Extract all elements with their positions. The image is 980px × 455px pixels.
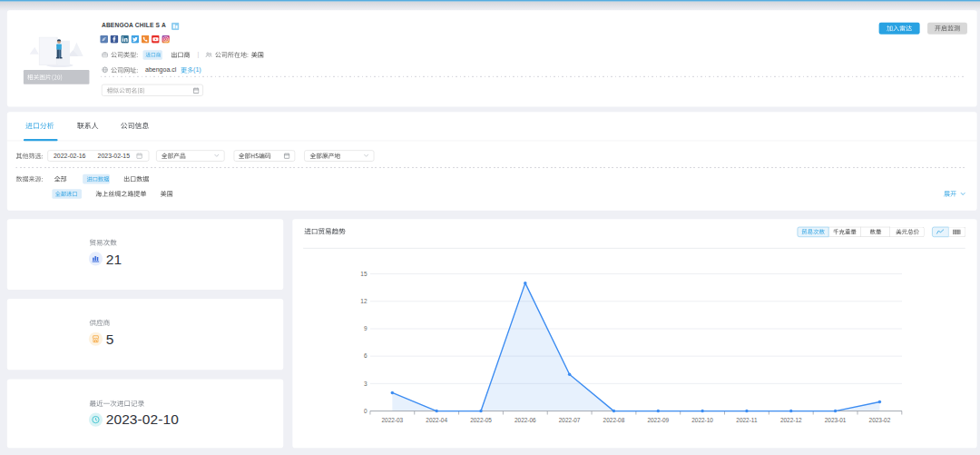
svg-text:2022-04: 2022-04	[426, 417, 447, 423]
svg-text:0: 0	[364, 408, 368, 414]
svg-text:6: 6	[364, 352, 368, 359]
svg-text:2022-03: 2022-03	[382, 417, 404, 423]
svg-text:2022-06: 2022-06	[514, 417, 536, 423]
svg-text:2022-07: 2022-07	[559, 417, 581, 423]
svg-text:2022-12: 2022-12	[780, 417, 802, 423]
svg-text:2022-10: 2022-10	[691, 417, 713, 423]
svg-text:2022-05: 2022-05	[470, 417, 492, 423]
svg-text:3: 3	[364, 381, 368, 387]
svg-text:15: 15	[361, 271, 368, 277]
svg-text:2023-02: 2023-02	[869, 417, 891, 423]
svg-text:2022-09: 2022-09	[648, 417, 670, 423]
svg-text:9: 9	[364, 325, 368, 331]
svg-text:2023-01: 2023-01	[825, 417, 847, 423]
svg-text:2022-08: 2022-08	[603, 417, 625, 423]
svg-text:2022-11: 2022-11	[737, 417, 759, 423]
svg-text:12: 12	[361, 298, 368, 304]
